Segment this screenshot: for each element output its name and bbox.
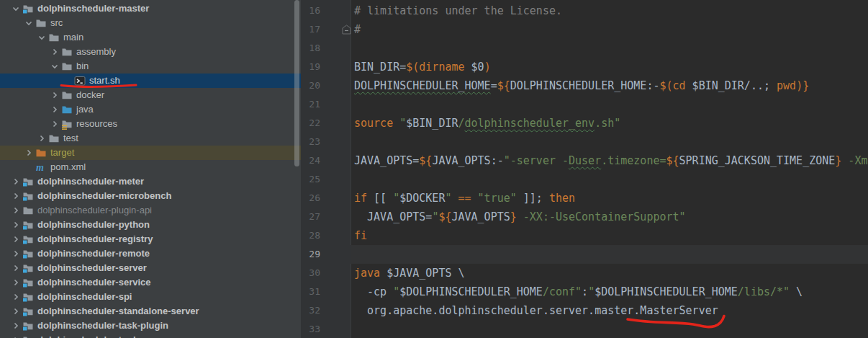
tree-item-dolphinscheduler-task-plugin[interactable]: dolphinscheduler-task-plugin — [0, 319, 301, 333]
tree-item-label: dolphinscheduler-service — [37, 275, 151, 290]
code-line-20[interactable]: 20DOLPHINSCHEDULER_HOME=${DOLPHINSCHEDUL… — [301, 76, 868, 95]
chevron-right-icon[interactable] — [10, 248, 22, 259]
chevron-down-icon[interactable] — [23, 17, 35, 29]
code-content: BIN_DIR=$(dirname $0) — [351, 58, 868, 76]
chevron-down-icon[interactable] — [10, 3, 22, 14]
chevron-down-icon[interactable] — [49, 61, 61, 72]
chevron-right-icon[interactable] — [10, 234, 22, 245]
chevron-right-icon[interactable] — [10, 176, 22, 187]
chevron-right-icon[interactable] — [36, 133, 48, 144]
tree-item-dolphinscheduler-microbench[interactable]: dolphinscheduler-microbench — [0, 189, 301, 203]
tree-item-resources[interactable]: resources — [0, 117, 301, 131]
tree-item-src[interactable]: src — [0, 16, 301, 30]
chevron-right-icon[interactable] — [49, 104, 61, 115]
tree-item-label: java — [76, 102, 94, 117]
code-line-23[interactable]: 23 — [301, 133, 868, 151]
tree-item-target[interactable]: target — [0, 146, 301, 160]
chevron-right-icon[interactable] — [10, 334, 22, 338]
tree-item-dolphinscheduler-server[interactable]: dolphinscheduler-server — [0, 261, 301, 275]
code-line-21[interactable]: 21 — [301, 95, 868, 114]
line-number: 18 — [301, 39, 351, 58]
line-number: 29 — [301, 245, 351, 264]
chevron-right-icon[interactable] — [10, 262, 22, 274]
code-line-19[interactable]: 19BIN_DIR=$(dirname $0) — [301, 58, 868, 76]
chevron-right-icon[interactable] — [10, 306, 22, 317]
chevron-right-icon[interactable] — [49, 46, 61, 58]
code-line-29[interactable]: 29 — [301, 245, 868, 264]
project-tree-panel: dolphinscheduler-mastersrcmainassemblybi… — [0, 0, 301, 338]
code-token: ) — [484, 61, 491, 74]
code-token: " — [399, 117, 406, 130]
line-number: 28 — [301, 226, 351, 245]
module-folder-icon — [22, 248, 34, 259]
folder-icon — [35, 17, 47, 29]
tree-item-pom.xml[interactable]: mpom.xml — [0, 160, 301, 174]
code-token: pwd — [777, 79, 796, 92]
code-token: $BIN_DIR — [406, 117, 458, 130]
tree-item-dolphinscheduler-registry[interactable]: dolphinscheduler-registry — [0, 232, 301, 246]
tree-item-test[interactable]: test — [0, 131, 301, 146]
code-line-33[interactable]: 33 — [301, 320, 868, 338]
code-token: -XX:-UseContainerSupport" — [517, 210, 686, 223]
chevron-right-icon[interactable] — [10, 277, 22, 288]
code-line-28[interactable]: 28fi — [301, 226, 868, 245]
tree-item-label: resources — [76, 117, 117, 131]
chevron-down-icon[interactable] — [36, 32, 48, 43]
code-token: "-server - — [504, 154, 569, 167]
chevron-right-icon[interactable] — [23, 147, 35, 159]
code-token: MasterServer — [640, 304, 718, 317]
chevron-right-icon[interactable] — [10, 291, 22, 303]
code-line-16[interactable]: 16# limitations under the License. — [301, 1, 868, 20]
chevron-right-icon[interactable] — [10, 320, 22, 332]
tree-item-dolphinscheduler-remote[interactable]: dolphinscheduler-remote — [0, 246, 301, 261]
code-line-30[interactable]: 30java $JAVA_OPTS \ — [301, 264, 868, 283]
code-token: -Xms — [841, 154, 868, 167]
tree-item-dolphinscheduler-python[interactable]: dolphinscheduler-python — [0, 218, 301, 232]
line-number: 33 — [301, 320, 351, 338]
code-line-17[interactable]: 17# — [301, 20, 868, 39]
tree-item-dolphinscheduler-plugin-api[interactable]: dolphinscheduler-plugin-api — [0, 203, 301, 218]
chevron-right-icon[interactable] — [49, 89, 61, 101]
project-panel-scrollbar[interactable] — [294, 0, 299, 166]
code-line-25[interactable]: 25 — [301, 170, 868, 189]
chevron-right-icon[interactable] — [10, 219, 22, 231]
fold-marker-icon[interactable] — [342, 25, 351, 35]
code-token — [393, 117, 399, 130]
tree-item-dolphinscheduler-spi[interactable]: dolphinscheduler-spi — [0, 290, 301, 304]
tree-item-dolphinscheduler-standalone-server[interactable]: dolphinscheduler-standalone-server — [0, 304, 301, 319]
code-token: == — [458, 192, 471, 205]
chevron-right-icon[interactable] — [10, 190, 22, 202]
module-folder-icon — [22, 277, 34, 288]
tree-item-dolphinscheduler-meter[interactable]: dolphinscheduler-meter — [0, 174, 301, 189]
code-line-27[interactable]: 27 JAVA_OPTS="${JAVA_OPTS} -XX:-UseConta… — [301, 208, 868, 226]
tree-item-dolphinscheduler-master[interactable]: dolphinscheduler-master — [0, 1, 301, 16]
code-token: org.apache.dolphinscheduler.server.maste… — [354, 304, 640, 317]
tree-item-assembly[interactable]: assembly — [0, 45, 301, 59]
tree-item-dolphinscheduler-service[interactable]: dolphinscheduler-service — [0, 275, 301, 290]
tree-item-bin[interactable]: bin — [0, 59, 301, 74]
code-content: JAVA_OPTS=${JAVA_OPTS:-"-server -Duser.t… — [351, 151, 868, 170]
tree-item-start.sh[interactable]: start.sh — [0, 74, 301, 88]
code-line-26[interactable]: 26if [[ "$DOCKER" == "true" ]]; then — [301, 189, 868, 208]
code-content: org.apache.dolphinscheduler.server.maste… — [351, 301, 868, 320]
tree-item-dolphinscheduler-tools[interactable]: dolphinscheduler-tools — [0, 333, 301, 338]
code-token: java — [354, 267, 380, 280]
tree-item-label: assembly — [76, 45, 116, 59]
tree-item-main[interactable]: main — [0, 30, 301, 45]
code-token: $BIN_DIR/..; — [686, 79, 777, 92]
tree-item-label: dolphinscheduler-remote — [37, 246, 150, 261]
tree-item-java[interactable]: java — [0, 102, 301, 117]
folder-icon — [48, 32, 60, 43]
code-token: JAVA_OPTS — [451, 210, 510, 223]
code-line-18[interactable]: 18 — [301, 39, 868, 58]
code-line-24[interactable]: 24JAVA_OPTS=${JAVA_OPTS:-"-server -Duser… — [301, 151, 868, 170]
code-content — [351, 245, 868, 264]
tree-item-docker[interactable]: docker — [0, 88, 301, 102]
code-line-31[interactable]: 31 -cp "$DOLPHINSCHEDULER_HOME/conf":"$D… — [301, 283, 868, 301]
chevron-right-icon[interactable] — [10, 205, 22, 216]
chevron-right-icon[interactable] — [49, 118, 61, 130]
code-line-22[interactable]: 22source "$BIN_DIR/dolphinscheduler_env.… — [301, 114, 868, 133]
chevron-spacer — [23, 161, 35, 173]
tree-item-label: start.sh — [89, 74, 120, 88]
code-line-32[interactable]: 32 org.apache.dolphinscheduler.server.ma… — [301, 301, 868, 320]
